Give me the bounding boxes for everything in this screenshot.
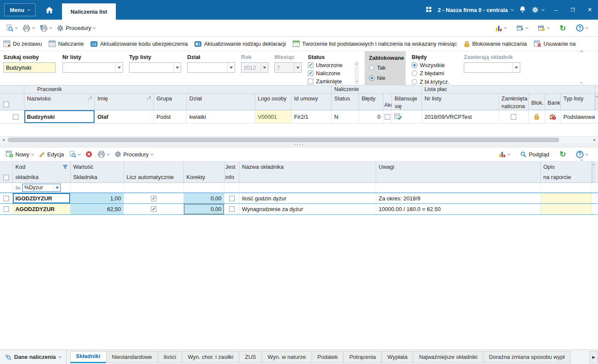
cell-kod[interactable]: AGODZDYZUR	[13, 204, 71, 214]
table-row-budzynski[interactable]: Budzyński Olaf Podst kwiatki V00001 Fir2…	[0, 110, 598, 123]
delete-button[interactable]	[83, 149, 95, 159]
group-header-lista-plac[interactable]: Lista płac	[422, 85, 595, 93]
minimize-button[interactable]	[550, 3, 561, 16]
tab-zus[interactable]: ZUS	[239, 351, 262, 363]
detail-header-jest-info[interactable]: Jestinfo	[224, 161, 239, 182]
action-blokowanie[interactable]: Blokowanie naliczania	[464, 41, 527, 47]
licz-checkbox[interactable]	[151, 196, 156, 201]
tab-wyn-w-naturze[interactable]: Wyn. w naturze	[262, 351, 312, 363]
detail-header-korekty[interactable]: Korekty	[184, 161, 224, 182]
column-header-typ-listy[interactable]: Typ listy	[561, 94, 595, 110]
settings-gear-button[interactable]	[532, 6, 544, 13]
home-button[interactable]	[42, 3, 57, 17]
detail-header-wartosc[interactable]: WartośćSkładnika	[71, 161, 124, 182]
cell-licz-automatycznie[interactable]	[124, 204, 184, 214]
status-option-utworzone[interactable]: Utworzone	[308, 62, 349, 68]
detail-procedury-button[interactable]: Procedury	[112, 149, 156, 159]
kod-filter-combo[interactable]: %Dyzur	[22, 184, 61, 192]
chart-button[interactable]	[493, 23, 509, 33]
tab-potracenia[interactable]: Potrącenia	[343, 351, 382, 363]
detail-header-uwagi[interactable]: Uwagi	[376, 161, 541, 182]
tab-skladniki[interactable]: Składniki	[70, 351, 106, 363]
cell-bledy[interactable]: 0	[359, 110, 383, 123]
detail-toolbar-chevron-down-icon[interactable]	[580, 156, 583, 162]
cell-grupa[interactable]: Podst	[154, 110, 187, 123]
column-header-dzial[interactable]: Dział	[187, 94, 255, 110]
grid-settings-button[interactable]	[536, 23, 552, 33]
zablokowane-option-tak[interactable]: Tak	[369, 64, 401, 71]
cell-akc[interactable]	[383, 110, 392, 123]
column-header-nr-listy[interactable]: Nr listy	[422, 94, 499, 110]
status-list-scrollbar[interactable]: ▲▼	[355, 62, 359, 84]
cell-wartosc[interactable]: 62,50	[71, 204, 124, 214]
detail-search-button[interactable]	[67, 149, 83, 159]
column-header-bank[interactable]: Bank	[545, 94, 561, 110]
expand-filters-chevron-down-icon[interactable]	[580, 79, 583, 85]
action-naliczanie[interactable]: Naliczanie	[49, 41, 84, 47]
cell-logo-osoby[interactable]: V00001	[255, 110, 292, 123]
radio-icon[interactable]	[412, 62, 417, 68]
search-preview-button[interactable]	[3, 23, 20, 33]
tab-najwazniejsze-skladniki[interactable]: Najważniejsze składniki	[413, 351, 483, 363]
action-usuwanie[interactable]: Usuwanie na	[534, 41, 576, 47]
row-checkbox[interactable]	[3, 196, 9, 201]
close-button[interactable]	[584, 3, 595, 16]
cell-korekty[interactable]: 0,00	[184, 204, 224, 214]
scrollbar-thumb[interactable]	[8, 138, 559, 142]
column-header-bilansuje-sie[interactable]: Bilansujesię	[392, 94, 422, 110]
cell-opis-na-raporcie[interactable]	[541, 204, 592, 214]
jest-info-checkbox[interactable]	[229, 196, 235, 201]
nr-listy-select[interactable]	[62, 62, 123, 73]
export-window-button[interactable]	[514, 23, 530, 33]
cell-kod[interactable]: IGODZDYZUR	[13, 193, 71, 203]
cell-opis-na-raporcie[interactable]	[541, 193, 592, 203]
checkbox-icon[interactable]	[308, 62, 313, 68]
help-button[interactable]	[574, 23, 590, 33]
action-do-zestawu[interactable]: Do zestawu	[3, 41, 42, 47]
cell-bank[interactable]	[545, 110, 561, 123]
dzial-select[interactable]	[187, 62, 235, 73]
column-header-grupa[interactable]: Grupa	[154, 94, 187, 110]
cell-nr-listy[interactable]: 2018/09/VRCPTest	[422, 110, 499, 123]
column-header-zamknieta-naliczona[interactable]: Zamkniętanaliczona	[499, 94, 529, 110]
tab-scroll-right-icon[interactable]	[589, 351, 598, 363]
cell-blok[interactable]	[529, 110, 545, 123]
typ-listy-select[interactable]	[129, 62, 181, 73]
text-filter-type-icon[interactable]	[15, 185, 21, 191]
cell-licz-automatycznie[interactable]	[124, 193, 184, 203]
action-tworzenie-list[interactable]: Tworzenie list podstawowych i naliczenia…	[293, 41, 457, 47]
status-option-zamkniete[interactable]: Zamknięte	[308, 78, 349, 85]
column-header-status[interactable]: Status	[332, 94, 359, 110]
cell-jest-info[interactable]	[224, 193, 239, 203]
maximize-button[interactable]	[567, 3, 578, 16]
sort-ascending-icon[interactable]: 1	[87, 95, 92, 102]
detail-refresh-button[interactable]	[557, 149, 569, 160]
cell-jest-info[interactable]	[224, 204, 239, 214]
detail-row-igodzdyzur[interactable]: IGODZDYZUR 1,00 0,00 Ilość godzin dyżur …	[0, 193, 598, 204]
detail-select-all-checkbox[interactable]	[3, 175, 9, 180]
radio-icon[interactable]	[369, 75, 374, 81]
tab-wyn-chor-i-zasilki[interactable]: Wyn. chor. i zasiłki	[182, 351, 239, 363]
detail-print-button[interactable]	[95, 149, 112, 159]
edycja-button[interactable]: Edycja	[36, 150, 67, 159]
tab-podatek[interactable]: Podatek	[312, 351, 344, 363]
tab-ilosci[interactable]: Ilości	[158, 351, 183, 363]
podglad-button[interactable]: Podgląd	[518, 150, 552, 159]
print-person-button[interactable]	[37, 23, 54, 33]
radio-icon[interactable]	[412, 79, 417, 85]
cell-uwagi[interactable]: 10000.00 / 160.0 = 62.50	[376, 204, 541, 214]
column-header-id-umowy[interactable]: Id umowy	[292, 94, 332, 110]
cell-nazwa-skladnika[interactable]: Wynagrodzenie za dyżur	[239, 204, 376, 214]
radio-icon[interactable]	[369, 65, 374, 70]
column-header-logo-osoby[interactable]: Logo osoby	[255, 94, 292, 110]
column-header-bledy[interactable]: Błędy	[359, 94, 383, 110]
column-header-nazwisko[interactable]: Nazwisko 1	[24, 94, 95, 110]
collapse-toolbar-chevron-up-icon[interactable]	[580, 48, 583, 54]
column-header-blok[interactable]: Blok.	[529, 94, 545, 110]
refresh-button[interactable]	[557, 23, 569, 34]
detail-header-nazwa-skladnika[interactable]: Nazwa składnika	[239, 161, 376, 182]
tab-niestandardowe[interactable]: Niestandardowe	[106, 351, 158, 363]
column-header-imie[interactable]: Imię 2	[95, 94, 154, 110]
detail-header-licz-automatycznie[interactable]: Licz automatycznie	[124, 161, 184, 182]
cell-id-umowy[interactable]: Fir2/1	[292, 110, 332, 123]
